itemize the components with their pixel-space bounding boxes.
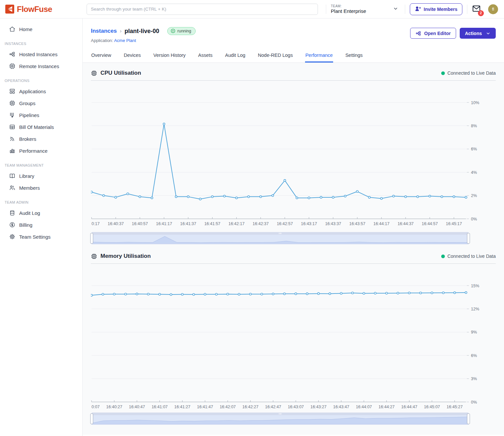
data-point[interactable] (393, 195, 395, 197)
chart-plot[interactable]: 0%3%6%9%12%15%0:0716:40:2716:40:4716:41:… (91, 264, 479, 410)
data-point[interactable] (344, 195, 346, 197)
navigator-right-handle[interactable] (467, 414, 470, 424)
tab-node-red-logs[interactable]: Node-RED Logs (257, 50, 293, 62)
data-point[interactable] (380, 197, 382, 199)
memory-utilisation-chart[interactable]: 0%3%6%9%12%15%0:0716:40:2716:40:4716:41:… (91, 264, 479, 410)
tab-audit-log[interactable]: Audit Log (225, 50, 246, 62)
data-point[interactable] (295, 293, 297, 295)
navigator-grip-handle[interactable] (279, 233, 282, 234)
tab-version-history[interactable]: Version History (153, 50, 186, 62)
navigator-minimap[interactable] (92, 235, 469, 244)
data-point[interactable] (113, 293, 115, 295)
data-point[interactable] (181, 294, 183, 296)
navigator-minimap[interactable] (92, 415, 469, 425)
data-point[interactable] (175, 196, 177, 198)
data-point[interactable] (352, 292, 354, 294)
data-point[interactable] (332, 196, 334, 198)
data-point[interactable] (272, 293, 274, 295)
data-point[interactable] (103, 195, 105, 197)
data-point[interactable] (374, 292, 376, 294)
invite-members-button[interactable]: Invite Members (410, 3, 462, 15)
data-point[interactable] (442, 292, 444, 294)
data-point[interactable] (368, 196, 370, 198)
navigator-grip-handle[interactable] (279, 413, 282, 415)
breadcrumb-instances-link[interactable]: Instances (91, 28, 117, 34)
data-point[interactable] (261, 293, 263, 295)
data-point[interactable] (405, 196, 407, 198)
data-point[interactable] (431, 292, 433, 294)
data-point[interactable] (193, 294, 195, 296)
sidebar-item-audit-log[interactable]: Audit Log (0, 207, 82, 219)
sidebar-item-brokers[interactable]: Brokers (0, 133, 82, 145)
data-point[interactable] (465, 196, 467, 198)
data-point[interactable] (441, 196, 443, 198)
data-point[interactable] (417, 196, 419, 198)
sidebar-item-pipelines[interactable]: Pipelines (0, 109, 82, 121)
data-point[interactable] (408, 292, 410, 294)
data-point[interactable] (91, 294, 93, 296)
data-point[interactable] (127, 193, 129, 195)
data-point[interactable] (284, 293, 286, 295)
data-point[interactable] (236, 197, 238, 199)
data-point[interactable] (356, 190, 358, 192)
data-point[interactable] (199, 198, 201, 200)
chart-plot[interactable]: 0%2%4%6%8%10%0:1716:40:3716:40:5716:41:1… (91, 81, 479, 229)
tab-settings[interactable]: Settings (345, 50, 363, 62)
data-point[interactable] (115, 196, 117, 198)
sidebar-item-billing[interactable]: Billing (0, 219, 82, 231)
data-point[interactable] (420, 292, 422, 294)
sidebar-item-performance[interactable]: Performance (0, 145, 82, 157)
navigator-right-handle[interactable] (467, 233, 470, 244)
tab-assets[interactable]: Assets (198, 50, 213, 62)
data-point[interactable] (318, 293, 320, 295)
data-point[interactable] (340, 292, 342, 294)
sidebar-item-team-settings[interactable]: Team Settings (0, 231, 82, 243)
cpu-chart-navigator[interactable] (92, 232, 469, 244)
data-point[interactable] (227, 293, 229, 295)
data-point[interactable] (397, 292, 399, 294)
data-point[interactable] (453, 196, 455, 198)
cpu-utilisation-chart[interactable]: 0%2%4%6%8%10%0:1716:40:3716:40:5716:41:1… (91, 81, 479, 229)
sidebar-item-hosted-instances[interactable]: Hosted Instances (0, 48, 82, 60)
data-point[interactable] (329, 293, 331, 295)
data-point[interactable] (170, 294, 172, 296)
data-point[interactable] (139, 196, 141, 198)
data-point[interactable] (238, 293, 240, 295)
sidebar-item-remote-instances[interactable]: Remote Instances (0, 60, 82, 72)
notifications-button[interactable]: 2 (472, 5, 481, 14)
data-point[interactable] (163, 123, 165, 125)
data-point[interactable] (296, 197, 298, 199)
data-point[interactable] (102, 293, 104, 295)
data-point[interactable] (429, 195, 431, 197)
data-point[interactable] (91, 191, 93, 193)
data-point[interactable] (248, 196, 250, 198)
data-point[interactable] (151, 197, 153, 199)
data-point[interactable] (284, 179, 286, 181)
data-point[interactable] (250, 293, 252, 295)
sidebar-item-home[interactable]: Home (0, 23, 82, 35)
navigator-bar[interactable] (92, 413, 469, 415)
navigator-left-handle[interactable] (90, 414, 93, 424)
navigator-left-handle[interactable] (90, 233, 93, 244)
tab-performance[interactable]: Performance (305, 50, 333, 62)
data-point[interactable] (272, 195, 274, 197)
data-point[interactable] (223, 195, 225, 197)
memory-chart-navigator[interactable] (92, 413, 469, 425)
actions-button[interactable]: Actions (460, 28, 496, 39)
open-editor-button[interactable]: Open Editor (410, 28, 456, 39)
sidebar-item-bill-of-materials[interactable]: Bill Of Materials (0, 121, 82, 133)
sidebar-item-library[interactable]: Library (0, 170, 82, 182)
data-point[interactable] (215, 293, 217, 295)
data-point[interactable] (204, 293, 206, 295)
data-point[interactable] (320, 196, 322, 198)
data-point[interactable] (465, 292, 467, 294)
data-point[interactable] (211, 196, 213, 198)
search-input[interactable] (87, 4, 318, 15)
avatar[interactable]: fl (488, 4, 498, 14)
team-selector[interactable]: TEAM: Plant Enterprise (331, 4, 400, 14)
data-point[interactable] (454, 292, 456, 294)
sidebar-item-members[interactable]: Members (0, 182, 82, 194)
data-point[interactable] (306, 293, 308, 295)
data-point[interactable] (308, 197, 310, 199)
data-point[interactable] (386, 292, 388, 294)
